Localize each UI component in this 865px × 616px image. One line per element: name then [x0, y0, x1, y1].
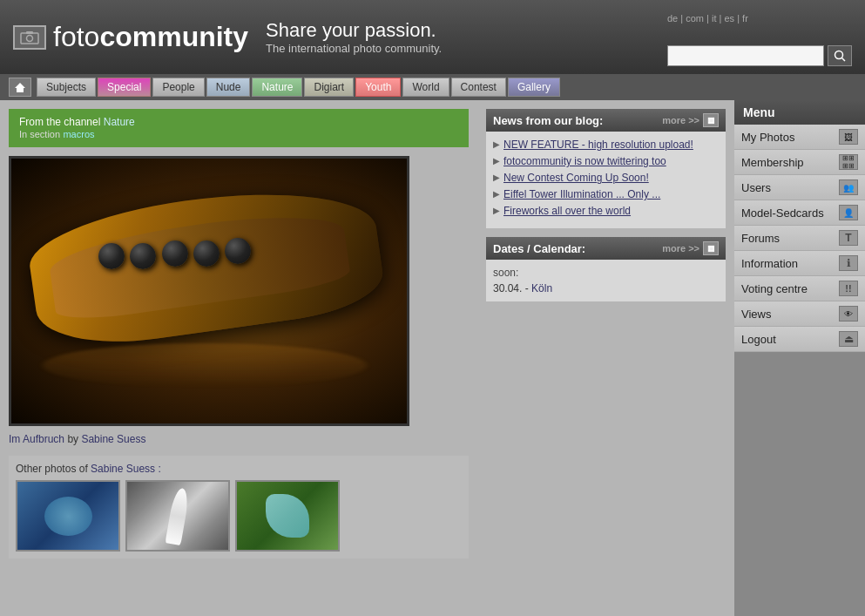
dates-panel: Dates / Calendar: more >> ▦ soon: 30.04.… [486, 237, 726, 301]
news-item-3: ▶ New Contest Coming Up Soon! [493, 172, 719, 184]
sidebar-item-forums-label: Forums [741, 232, 780, 245]
photo-by-label: by [67, 433, 78, 445]
voting-centre-icon: !! [839, 281, 858, 296]
lang-it[interactable]: it [712, 13, 717, 24]
sidebar-item-views-label: Views [741, 308, 771, 321]
sidebar-item-model-sedcards[interactable]: Model-Sedcards 👤 [734, 200, 865, 226]
sidebar-item-users-label: Users [741, 181, 771, 194]
views-icon: 👁 [839, 306, 858, 322]
main-content: From the channel Nature In section macro… [0, 100, 865, 616]
logo: fotocommunity [13, 21, 248, 53]
news-item-4: ▶ Eiffel Tower Illumination ... Only ... [493, 188, 719, 200]
dates-location-link-1[interactable]: Köln [531, 282, 552, 294]
nav-tab-digiart[interactable]: Digiart [304, 78, 354, 97]
channel-section-link[interactable]: macros [63, 129, 94, 139]
photo-author-link[interactable]: Sabine Suess [81, 433, 145, 445]
sidebar-item-voting-centre[interactable]: Voting centre !! [734, 276, 865, 301]
sidebar-item-my-photos[interactable]: My Photos 🖼 [734, 125, 865, 150]
dates-date-1: 30.04. - [493, 282, 531, 294]
dates-panel-title: Dates / Calendar: [493, 242, 585, 255]
svg-marker-5 [15, 83, 25, 92]
news-arrow-1: ▶ [493, 139, 500, 149]
featured-photo[interactable] [9, 156, 409, 426]
channel-link[interactable]: Nature [104, 116, 135, 128]
thumbnail-3[interactable] [235, 480, 340, 552]
lang-links[interactable]: de | com | it | es | fr [667, 13, 748, 24]
sidebar: Menu My Photos 🖼 Membership ⊞⊞⊞⊞ Users 👥… [734, 100, 865, 616]
news-panel-title: News from our blog: [493, 114, 603, 127]
nav-tab-contest[interactable]: Contest [451, 78, 506, 97]
channel-banner: From the channel Nature In section macro… [9, 109, 469, 147]
dates-more-link[interactable]: more >> [662, 243, 699, 254]
lang-com[interactable]: com [686, 13, 704, 24]
my-photos-icon: 🖼 [839, 129, 858, 145]
sidebar-item-membership[interactable]: Membership ⊞⊞⊞⊞ [734, 150, 865, 175]
nav-tab-gallery[interactable]: Gallery [508, 78, 560, 97]
other-photos-author-link[interactable]: Sabine Suess : [91, 463, 161, 475]
users-icon: 👥 [839, 179, 858, 195]
nav-tab-nature[interactable]: Nature [252, 78, 302, 97]
home-icon [14, 81, 26, 93]
nav-tab-people[interactable]: People [152, 78, 204, 97]
dates-panel-icon: ▦ [703, 241, 719, 255]
logo-light: foto [53, 21, 99, 52]
thumbnails-row [16, 480, 462, 552]
news-link-4[interactable]: Eiffel Tower Illumination ... Only ... [503, 188, 660, 200]
information-icon: ℹ [839, 255, 858, 271]
news-panel: News from our blog: more >> ▦ ▶ NEW FEAT… [477, 100, 734, 616]
news-more-link[interactable]: more >> [662, 115, 699, 125]
sidebar-item-my-photos-label: My Photos [741, 131, 794, 144]
tagline: Share your passion. The international ph… [266, 19, 667, 55]
news-item-1: ▶ NEW FEATURE - high resolution upload! [493, 139, 719, 151]
sidebar-item-logout-label: Logout [741, 333, 776, 346]
news-arrow-4: ▶ [493, 189, 500, 199]
sidebar-item-membership-label: Membership [741, 156, 804, 169]
search-icon [834, 50, 846, 62]
thumbnail-2[interactable] [125, 480, 230, 552]
news-panel-content: ▶ NEW FEATURE - high resolution upload! … [486, 132, 726, 228]
channel-prefix: From the channel [19, 116, 100, 128]
lang-fr[interactable]: fr [742, 13, 748, 24]
sidebar-item-views[interactable]: Views 👁 [734, 301, 865, 327]
search-input[interactable] [667, 45, 824, 66]
sidebar-item-users[interactable]: Users 👥 [734, 175, 865, 200]
thumbnail-1[interactable] [16, 480, 120, 552]
news-panel-header: News from our blog: more >> ▦ [486, 109, 726, 132]
lang-es[interactable]: es [724, 13, 734, 24]
tagline-sub: The international photo community. [266, 42, 667, 55]
logo-text: fotocommunity [53, 21, 248, 53]
photo-caption: Im Aufbruch by Sabine Suess [9, 433, 469, 445]
model-sedcards-icon: 👤 [839, 205, 858, 220]
dates-panel-header: Dates / Calendar: more >> ▦ [486, 237, 726, 260]
nav-tab-world[interactable]: World [402, 78, 449, 97]
nav-tab-youth[interactable]: Youth [355, 78, 401, 97]
menu-header: Menu [734, 100, 865, 125]
tagline-main: Share your passion. [266, 19, 667, 42]
svg-line-4 [842, 58, 846, 61]
lang-de[interactable]: de [667, 13, 678, 24]
nav-bar: Subjects Special People Nude Nature Digi… [0, 74, 865, 100]
news-link-2[interactable]: fotocommunity is now twittering too [503, 155, 666, 167]
logo-bold: community [99, 21, 248, 52]
dates-item-1: 30.04. - Köln [493, 282, 719, 294]
news-link-3[interactable]: New Contest Coming Up Soon! [503, 172, 649, 184]
photo-title-link[interactable]: Im Aufbruch [9, 433, 64, 445]
channel-section-label: In section [19, 129, 60, 139]
news-panel-icon: ▦ [703, 113, 719, 127]
news-item-5: ▶ Fireworks all over the world [493, 205, 719, 217]
sidebar-item-voting-centre-label: Voting centre [741, 282, 808, 295]
sidebar-item-logout[interactable]: Logout ⏏ [734, 327, 865, 352]
news-link-5[interactable]: Fireworks all over the world [503, 205, 631, 217]
news-arrow-5: ▶ [493, 206, 500, 215]
search-button[interactable] [828, 45, 852, 66]
sidebar-item-information[interactable]: Information ℹ [734, 251, 865, 276]
sidebar-item-model-sedcards-label: Model-Sedcards [741, 206, 824, 220]
news-link-1[interactable]: NEW FEATURE - high resolution upload! [503, 139, 693, 151]
nav-tab-subjects[interactable]: Subjects [37, 78, 96, 97]
home-button[interactable] [9, 78, 31, 97]
nav-tab-nude[interactable]: Nude [206, 78, 251, 97]
logout-icon: ⏏ [839, 331, 858, 347]
sidebar-item-forums[interactable]: Forums T [734, 226, 865, 251]
nav-tab-special[interactable]: Special [98, 78, 151, 97]
other-photos-section: Other photos of Sabine Suess : [9, 456, 469, 558]
